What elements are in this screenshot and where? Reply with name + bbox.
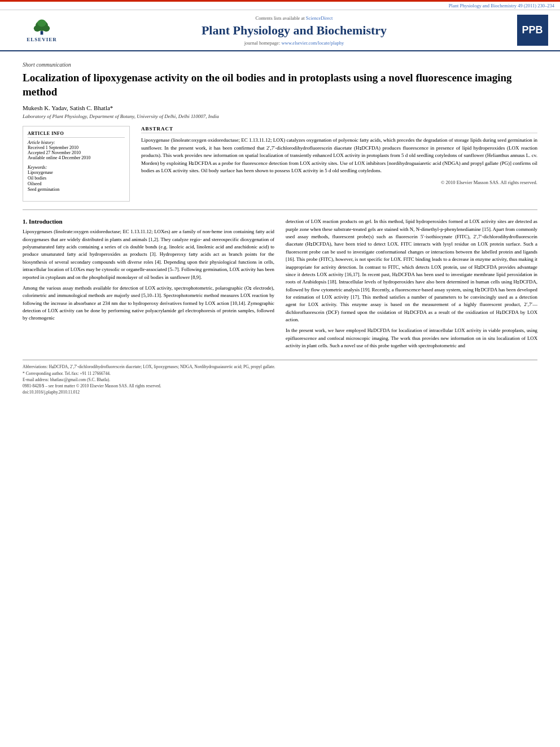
section1-title: Introduction xyxy=(29,218,63,225)
section1-para2: Among the various assay methods availabl… xyxy=(23,285,274,322)
article-info-title: Article Info xyxy=(28,131,125,138)
main-col-left: 1. Introduction Lipoxygenases (linoleate… xyxy=(23,218,274,353)
section1-para1: Lipoxygenases (linoleate:oxygen oxidored… xyxy=(23,228,274,281)
ppb-label: PPB xyxy=(522,24,542,36)
keywords-section: Keywords: Lipoxygenase Oil bodies Oilsee… xyxy=(28,165,125,192)
journal-citation-text: Plant Physiology and Biochemistry 49 (20… xyxy=(449,3,554,8)
abstract-text: Lipoxygenase (linoleate:oxygen oxidoredu… xyxy=(141,137,537,175)
elsevier-logo-area: ELSEVIER xyxy=(8,19,76,42)
abstract-heading: Abstract xyxy=(141,126,537,133)
journal-citation-bar: Plant Physiology and Biochemistry 49 (20… xyxy=(0,2,560,10)
keyword-2: Oil bodies xyxy=(28,176,125,181)
article-title: Localization of lipoxygenase activity on… xyxy=(23,71,537,99)
keywords-label: Keywords: xyxy=(28,165,125,170)
section-divider xyxy=(23,209,537,210)
abstract-section: Abstract Lipoxygenase (linoleate:oxygen … xyxy=(141,126,537,185)
contents-available-text: Contents lists available at xyxy=(256,15,305,21)
article-info-column: Article Info Article history: Received 1… xyxy=(23,126,130,202)
main-columns: 1. Introduction Lipoxygenases (linoleate… xyxy=(23,218,537,353)
section1-right-para2: In the present work, we have employed H₂… xyxy=(286,327,537,350)
ppb-logo: PPB xyxy=(517,15,548,46)
doi-note: doi:10.1016/j.plaphy.2010.11.012 xyxy=(23,389,537,395)
sciencedirect-link[interactable]: ScienceDirect xyxy=(306,15,333,21)
journal-homepage-link[interactable]: www.elsevier.com/locate/plaphy xyxy=(281,40,344,46)
section1-right-para1: detection of LOX reaction products on ge… xyxy=(286,218,537,324)
journal-header: ELSEVIER Contents lists available at Sci… xyxy=(0,10,560,51)
sciencedirect-line: Contents lists available at ScienceDirec… xyxy=(76,15,513,21)
copyright-line: © 2010 Elsevier Masson SAS. All rights r… xyxy=(141,180,537,185)
corresponding-note: * Corresponding author. Tel./fax: +91 11… xyxy=(23,370,537,377)
abbreviations-note: Abbreviations: H₂DCFDA, 2′,7′-dichlorodi… xyxy=(23,364,537,370)
issn-note: 0981-8428/$ – see front matter © 2010 El… xyxy=(23,383,537,389)
homepage-label-text: journal homepage: xyxy=(244,40,282,46)
authors-line: Mukesh K. Yadav, Satish C. Bhatla* xyxy=(23,104,537,111)
elsevier-tree-icon xyxy=(28,19,56,36)
received-date: Received 1 September 2010 xyxy=(28,145,125,150)
keywords-list: Lipoxygenase Oil bodies Oilseed Seed ger… xyxy=(28,170,125,192)
keyword-3: Oilseed xyxy=(28,181,125,186)
accepted-date: Accepted 27 November 2010 xyxy=(28,150,125,155)
keyword-4: Seed germination xyxy=(28,187,125,192)
section1-number: 1. xyxy=(23,218,27,225)
authors-text: Mukesh K. Yadav, Satish C. Bhatla* xyxy=(23,104,113,111)
main-col-right: detection of LOX reaction products on ge… xyxy=(286,218,537,353)
keyword-1: Lipoxygenase xyxy=(28,170,125,175)
article-info-box: Article Info Article history: Received 1… xyxy=(23,126,130,202)
journal-homepage-line: journal homepage: www.elsevier.com/locat… xyxy=(76,40,513,46)
info-abstract-columns: Article Info Article history: Received 1… xyxy=(23,126,537,202)
journal-header-center: Contents lists available at ScienceDirec… xyxy=(76,15,513,46)
email-note: E-mail address: bhatlasc@gmail.com (S.C.… xyxy=(23,377,537,383)
affiliation: Laboratory of Plant Physiology, Departme… xyxy=(23,113,537,119)
svg-rect-0 xyxy=(41,31,43,34)
section1-heading: 1. Introduction xyxy=(23,218,274,225)
elsevier-label: ELSEVIER xyxy=(27,37,57,42)
svg-point-4 xyxy=(37,19,46,27)
journal-logo-right: PPB xyxy=(513,15,552,46)
article-type: Short communication xyxy=(23,62,537,68)
article-body: Short communication Localization of lipo… xyxy=(0,51,560,401)
history-label: Article history: xyxy=(28,140,125,145)
abstract-column: Abstract Lipoxygenase (linoleate:oxygen … xyxy=(141,126,537,202)
journal-title: Plant Physiology and Biochemistry xyxy=(76,23,513,38)
available-date: Available online 4 December 2010 xyxy=(28,155,125,160)
footer-notes: Abbreviations: H₂DCFDA, 2′,7′-dichlorodi… xyxy=(23,360,537,395)
article-history-section: Article Info Article history: Received 1… xyxy=(28,131,125,160)
